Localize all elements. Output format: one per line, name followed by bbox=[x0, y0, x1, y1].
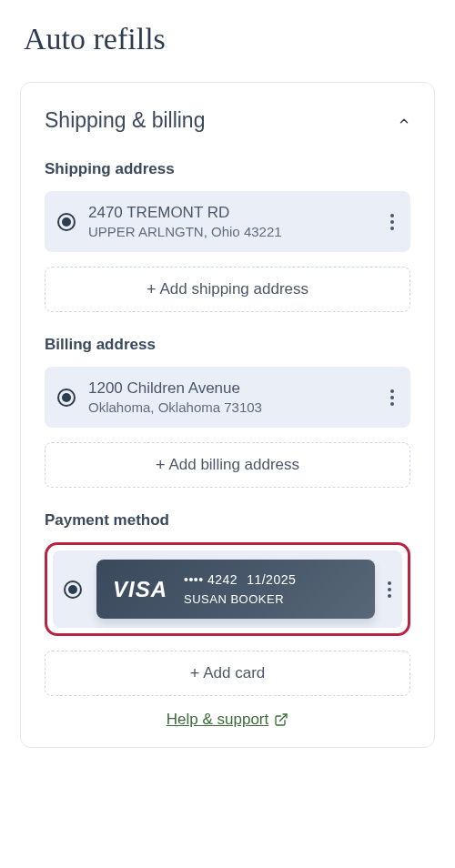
help-support-label: Help & support bbox=[167, 711, 268, 729]
section-title: Shipping & billing bbox=[45, 108, 205, 133]
add-shipping-address-label: Add shipping address bbox=[160, 280, 309, 298]
add-billing-address-button[interactable]: + Add billing address bbox=[45, 442, 410, 488]
billing-address-option[interactable]: 1200 Children Avenue Oklahoma, Oklahoma … bbox=[45, 367, 410, 428]
shipping-address-label: Shipping address bbox=[45, 160, 410, 178]
add-billing-address-label: Add billing address bbox=[168, 456, 299, 474]
payment-method-label: Payment method bbox=[45, 511, 410, 530]
help-support-link[interactable]: Help & support bbox=[45, 711, 410, 729]
add-card-button[interactable]: + Add card bbox=[45, 651, 410, 696]
external-link-icon bbox=[274, 712, 288, 727]
plus-icon: + bbox=[190, 665, 200, 681]
shipping-address-line2: UPPER ARLNGTN, Ohio 43221 bbox=[88, 224, 387, 239]
radio-selected-icon[interactable] bbox=[64, 580, 82, 599]
card-expiry: 11/2025 bbox=[247, 572, 296, 587]
payment-card-menu-icon[interactable] bbox=[384, 576, 395, 603]
radio-selected-icon[interactable] bbox=[57, 213, 76, 231]
credit-card: VISA •••• 4242 11/2025 SUSAN BOOKER bbox=[96, 560, 375, 619]
shipping-address-option[interactable]: 2470 TREMONT RD UPPER ARLNGTN, Ohio 4322… bbox=[45, 191, 410, 252]
svg-line-0 bbox=[280, 714, 287, 721]
plus-icon: + bbox=[156, 457, 166, 473]
shipping-address-line1: 2470 TREMONT RD bbox=[88, 204, 387, 222]
page-title: Auto refills bbox=[24, 22, 455, 56]
add-shipping-address-button[interactable]: + Add shipping address bbox=[45, 267, 410, 312]
shipping-address-menu-icon[interactable] bbox=[387, 208, 398, 236]
shipping-address-text: 2470 TREMONT RD UPPER ARLNGTN, Ohio 4322… bbox=[88, 204, 387, 239]
add-card-label: Add card bbox=[203, 664, 265, 682]
chevron-up-icon bbox=[398, 115, 410, 127]
shipping-billing-panel: Shipping & billing Shipping address 2470… bbox=[20, 82, 435, 748]
billing-address-menu-icon[interactable] bbox=[387, 384, 398, 411]
radio-selected-icon[interactable] bbox=[57, 389, 76, 407]
card-holder-name: SUSAN BOOKER bbox=[184, 592, 296, 606]
payment-highlight-frame: VISA •••• 4242 11/2025 SUSAN BOOKER bbox=[45, 542, 410, 636]
payment-card-option[interactable]: VISA •••• 4242 11/2025 SUSAN BOOKER bbox=[53, 550, 402, 628]
card-masked-number: •••• 4242 bbox=[184, 572, 238, 587]
plus-icon: + bbox=[147, 281, 157, 298]
billing-address-line2: Oklahoma, Oklahoma 73103 bbox=[88, 399, 387, 415]
section-header[interactable]: Shipping & billing bbox=[45, 108, 410, 133]
billing-address-label: Billing address bbox=[45, 336, 410, 354]
visa-logo-icon: VISA bbox=[113, 577, 167, 602]
billing-address-text: 1200 Children Avenue Oklahoma, Oklahoma … bbox=[88, 379, 387, 415]
billing-address-line1: 1200 Children Avenue bbox=[88, 379, 387, 398]
